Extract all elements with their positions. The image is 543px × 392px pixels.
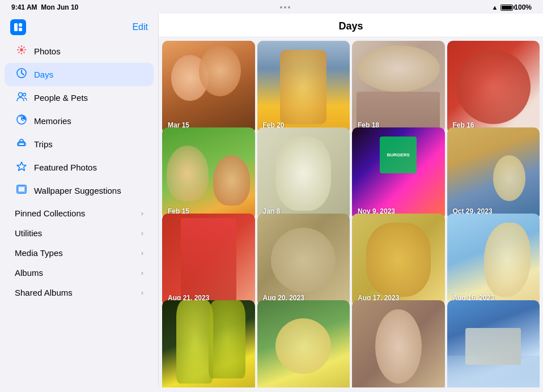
media-types-label: Media Types <box>15 248 63 258</box>
svg-line-11 <box>23 47 24 48</box>
photo-bg-14 <box>257 300 350 388</box>
svg-rect-0 <box>14 23 18 31</box>
status-center-dots <box>280 6 290 8</box>
status-bar: 9:41 AM Mon Jun 10 ▲ 100% <box>0 0 543 14</box>
memories-icon <box>15 114 28 128</box>
sidebar-item-memories[interactable]: Memories <box>5 109 154 133</box>
utilities-label: Utilities <box>15 228 42 238</box>
sidebar-item-trips[interactable]: Trips <box>5 133 154 156</box>
sidebar-item-wallpaper[interactable]: Wallpaper Suggestions <box>5 179 154 202</box>
photo-bg-7: BURGERS <box>352 127 445 220</box>
status-time-date: 9:41 AM Mon Jun 10 <box>11 3 78 11</box>
sidebar-item-featured[interactable]: Featured Photos <box>5 156 154 179</box>
photo-cell-4[interactable]: Feb 16 <box>447 41 540 134</box>
people-icon <box>15 91 28 105</box>
photo-bg-10 <box>257 214 350 306</box>
sidebar-item-days[interactable]: Days <box>5 63 154 86</box>
albums-label: Albums <box>15 268 43 278</box>
days-icon <box>15 67 28 82</box>
dot-3 <box>288 6 290 8</box>
photo-cell-1[interactable]: Mar 15 <box>162 41 255 134</box>
photo-cell-14[interactable] <box>257 300 350 388</box>
sidebar-item-photos[interactable]: Photos <box>5 40 154 63</box>
app-container: Edit Photos Days <box>0 14 543 387</box>
sidebar-group-albums[interactable]: Albums › <box>5 263 154 283</box>
svg-line-9 <box>19 47 20 48</box>
svg-rect-2 <box>19 28 22 31</box>
sidebar-item-memories-label: Memories <box>34 116 71 126</box>
svg-line-12 <box>19 52 20 53</box>
pinned-chevron: › <box>141 209 143 218</box>
sidebar-icon[interactable] <box>10 19 26 35</box>
photo-cell-15[interactable] <box>352 300 445 388</box>
wifi-icon: ▲ <box>491 4 498 11</box>
sidebar-group-media-types[interactable]: Media Types › <box>5 243 154 263</box>
sidebar-groups-section: Pinned Collections › Utilities › Media T… <box>0 203 158 302</box>
sidebar-item-people-pets[interactable]: People & Pets <box>5 86 154 109</box>
photo-cell-16[interactable] <box>447 300 540 388</box>
photo-bg-2 <box>257 41 350 134</box>
svg-rect-21 <box>18 186 25 192</box>
main-title: Days <box>159 14 543 37</box>
photo-grid: Mar 15 Feb 20 Feb 18 Feb <box>159 37 543 387</box>
edit-button[interactable]: Edit <box>132 22 148 32</box>
sidebar-item-days-label: Days <box>34 70 53 79</box>
svg-point-14 <box>19 93 23 97</box>
photo-bg-16 <box>447 300 540 388</box>
battery-fill <box>502 6 512 10</box>
shared-albums-label: Shared Albums <box>15 288 73 297</box>
sidebar-nav-section: Photos Days People & Pets <box>0 40 158 202</box>
photo-cell-11[interactable]: Aug 17, 2023 <box>352 214 445 306</box>
sidebar-item-featured-label: Featured Photos <box>34 163 97 172</box>
photos-icon <box>15 44 28 58</box>
battery-percent: 100% <box>514 3 532 11</box>
featured-icon <box>15 160 28 174</box>
sidebar-item-photos-label: Photos <box>34 46 61 56</box>
sidebar-header: Edit <box>0 14 158 40</box>
svg-point-15 <box>23 93 26 96</box>
photo-cell-6[interactable]: Jan 8 <box>257 127 350 220</box>
photo-bg-11 <box>352 214 445 306</box>
sidebar-group-shared-albums[interactable]: Shared Albums › <box>5 283 154 302</box>
sidebar-item-wallpaper-label: Wallpaper Suggestions <box>34 186 121 195</box>
shared-albums-chevron: › <box>141 288 143 297</box>
photo-cell-12[interactable]: Aug 16, 2023 <box>447 214 540 306</box>
photo-bg-13 <box>162 300 255 388</box>
photo-cell-9[interactable]: Aug 21, 2023 <box>162 214 255 306</box>
photo-bg-8 <box>447 127 540 220</box>
photo-cell-13[interactable] <box>162 300 255 388</box>
photo-cell-5[interactable]: Feb 15 <box>162 127 255 220</box>
sidebar-group-pinned[interactable]: Pinned Collections › <box>5 203 154 223</box>
photo-bg-3 <box>352 41 445 134</box>
battery-bar <box>500 5 513 11</box>
trips-icon <box>15 137 28 151</box>
photo-bg-6 <box>257 127 350 220</box>
svg-point-4 <box>21 49 23 51</box>
photo-bg-5 <box>162 127 255 220</box>
photo-cell-7[interactable]: BURGERS Nov 9, 2023 <box>352 127 445 220</box>
sidebar: Edit Photos Days <box>0 14 159 387</box>
photo-bg-12 <box>447 214 540 306</box>
sidebar-group-utilities[interactable]: Utilities › <box>5 223 154 243</box>
dot-2 <box>284 6 286 8</box>
photo-cell-10[interactable]: Aug 20, 2023 <box>257 214 350 306</box>
photo-cell-3[interactable]: Feb 18 <box>352 41 445 134</box>
main-content: Days Mar 15 Feb 20 <box>159 14 543 387</box>
utilities-chevron: › <box>141 229 143 237</box>
battery-indicator: 100% <box>500 3 532 11</box>
svg-rect-1 <box>19 23 22 27</box>
photo-bg-1 <box>162 41 255 134</box>
wallpaper-icon <box>15 184 28 198</box>
sidebar-item-people-label: People & Pets <box>34 93 88 103</box>
photo-cell-8[interactable]: Oct 29, 2023 <box>447 127 540 220</box>
photo-bg-4 <box>447 41 540 134</box>
svg-rect-17 <box>19 142 24 146</box>
pinned-label: Pinned Collections <box>15 208 85 218</box>
media-types-chevron: › <box>141 249 143 257</box>
svg-line-10 <box>23 52 24 53</box>
status-right: ▲ 100% <box>491 3 532 11</box>
photo-cell-2[interactable]: Feb 20 <box>257 41 350 134</box>
albums-chevron: › <box>141 269 143 277</box>
sidebar-item-trips-label: Trips <box>34 139 53 149</box>
dot-1 <box>280 6 282 8</box>
